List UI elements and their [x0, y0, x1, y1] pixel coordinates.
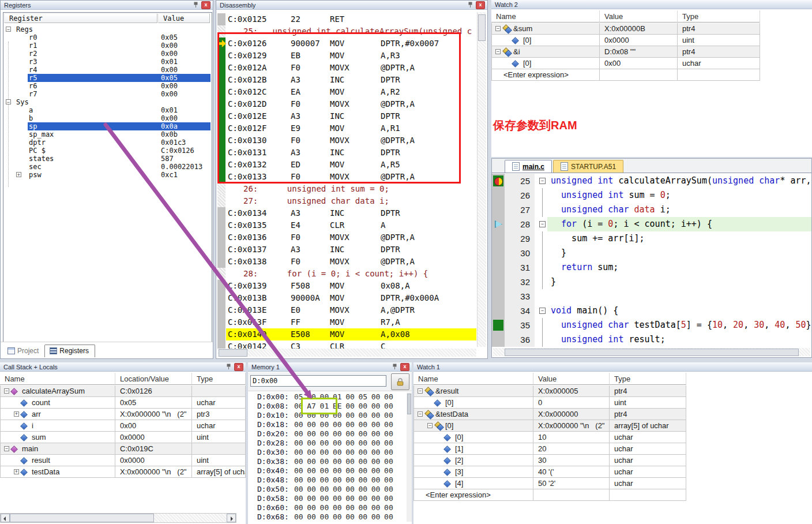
memory-byte[interactable]: 00: [333, 485, 345, 494]
disassembly-line[interactable]: C:0x012AF0MOVX@DPTR,A: [226, 62, 476, 74]
memory-row[interactable]: D:0x48:0000000000000000: [248, 476, 406, 485]
fold-margin[interactable]: [538, 231, 547, 246]
disassembly-line[interactable]: 27: unsigned char data i;: [226, 195, 476, 207]
close-icon[interactable]: x: [201, 1, 210, 9]
register-row[interactable]: sp_max0x0b: [3, 130, 212, 139]
editor-marker-gutter[interactable]: [492, 332, 505, 347]
memory-byte[interactable]: 00: [384, 466, 397, 476]
memory-byte[interactable]: 00: [333, 429, 345, 439]
memory-row[interactable]: D:0x00:0500000100050000: [248, 392, 406, 402]
disassembly-gutter-cell[interactable]: [217, 280, 225, 292]
tree-collapse-icon[interactable]: −: [427, 423, 433, 428]
memory-byte[interactable]: 00: [384, 457, 397, 466]
memory-row[interactable]: D:0x10:0000000000000000: [248, 411, 406, 420]
editor-marker-gutter[interactable]: [492, 246, 505, 260]
pin-icon[interactable]: [467, 2, 473, 9]
memory-byte[interactable]: 00: [333, 494, 345, 503]
memory-byte[interactable]: 00: [384, 448, 397, 457]
memory-byte[interactable]: 00: [294, 429, 307, 439]
column-header-name[interactable]: Name: [413, 373, 533, 385]
memory-row[interactable]: D:0x20:0000000000000000: [248, 429, 406, 439]
tab-startup-a51[interactable]: STARTUP.A51: [553, 160, 623, 173]
call-stack-horizontal-scrollbar[interactable]: [0, 513, 236, 523]
memory-byte[interactable]: 00: [307, 476, 319, 485]
memory-byte[interactable]: 00: [358, 466, 371, 476]
watch-row[interactable]: −mainC:0x019C: [0, 443, 246, 455]
editor-marker-gutter[interactable]: [492, 231, 505, 246]
register-group-row[interactable]: −Regs: [3, 25, 212, 33]
memory-byte[interactable]: 00: [333, 476, 345, 485]
watch-row[interactable]: <Enter expression>: [491, 69, 812, 81]
register-row[interactable]: dptr0x01c3: [3, 139, 212, 147]
register-row[interactable]: r70x00: [3, 90, 212, 98]
disassembly-gutter-cell[interactable]: [217, 147, 225, 159]
disassembly-line[interactable]: C:0x0131A3INCDPTR: [226, 147, 476, 159]
tab-project[interactable]: Project: [3, 345, 44, 357]
memory-byte[interactable]: 00: [384, 439, 397, 448]
disassembly-gutter-cell[interactable]: [217, 13, 225, 25]
memory-byte[interactable]: 00: [384, 485, 397, 494]
register-row[interactable]: PC $C:0x0126: [3, 147, 212, 155]
pin-icon[interactable]: [225, 364, 232, 370]
memory-byte[interactable]: 00: [307, 512, 319, 522]
watch-row[interactable]: [0]0uint: [413, 397, 812, 409]
memory-byte[interactable]: 00: [320, 503, 333, 512]
editor-marker-gutter[interactable]: [492, 275, 505, 289]
disassembly-gutter-cell[interactable]: [217, 219, 225, 231]
register-row[interactable]: b0x00: [3, 114, 212, 122]
close-icon[interactable]: x: [400, 363, 409, 371]
editor-marker-gutter[interactable]: [492, 289, 505, 304]
disassembly-line[interactable]: 25: unsigned int calculateArraySum(unsig…: [226, 25, 476, 38]
memory-byte[interactable]: 00: [307, 485, 319, 494]
memory-byte[interactable]: 00: [384, 494, 397, 503]
column-header-name[interactable]: Name: [491, 10, 600, 23]
disassembly-gutter-cell[interactable]: [217, 195, 225, 207]
watch-row[interactable]: [1]20uchar: [413, 443, 812, 455]
memory-byte[interactable]: 00: [307, 457, 319, 466]
memory-byte[interactable]: 00: [294, 420, 307, 429]
memory-byte[interactable]: 00: [294, 402, 307, 411]
memory-byte[interactable]: 00: [358, 439, 371, 448]
watch-row[interactable]: −&resultX:0x000005ptr4: [413, 385, 812, 397]
watch-row[interactable]: [0]10uchar: [413, 432, 812, 443]
register-row[interactable]: a0x01: [3, 106, 212, 114]
memory-byte[interactable]: 00: [294, 439, 307, 448]
watch-row[interactable]: −&sumX:0x00000Bptr4: [491, 23, 812, 35]
watch-row[interactable]: result0x0000uint: [0, 455, 246, 466]
register-row[interactable]: r60x00: [3, 82, 212, 90]
tree-collapse-icon[interactable]: −: [495, 26, 501, 31]
code-line[interactable]: 28− for (i = 0; i < count; i++) {: [492, 217, 811, 231]
watch-row[interactable]: i0x00uchar: [0, 420, 246, 432]
disassembly-gutter-cell[interactable]: [217, 304, 225, 316]
code-line[interactable]: 25−unsigned int calculateArraySum(unsign…: [492, 174, 811, 188]
memory-byte[interactable]: 00: [371, 457, 384, 466]
disassembly-gutter-cell[interactable]: [217, 256, 225, 268]
disassembly-gutter-cell[interactable]: [217, 38, 225, 50]
memory-byte[interactable]: 00: [345, 439, 358, 448]
memory-byte[interactable]: 00: [307, 411, 319, 420]
memory-vertical-scrollbar[interactable]: [407, 392, 412, 522]
disassembly-line[interactable]: C:0x013EE0MOVXA,@DPTR: [226, 304, 476, 316]
disassembly-line[interactable]: C:0x0134A3INCDPTR: [226, 207, 476, 219]
fold-margin[interactable]: [538, 203, 547, 217]
memory-byte[interactable]: 00: [333, 439, 345, 448]
memory-byte[interactable]: 00: [358, 411, 371, 420]
code-line[interactable]: 29 sum += arr[i];: [492, 231, 811, 246]
register-group-row[interactable]: −Sys: [3, 98, 212, 106]
memory-byte[interactable]: 00: [294, 494, 307, 503]
column-header-value[interactable]: Value: [600, 10, 678, 23]
memory-byte[interactable]: 00: [307, 429, 319, 439]
disassembly-line[interactable]: C:0x0130F0MOVX@DPTR,A: [226, 134, 476, 147]
memory-byte[interactable]: 00: [307, 439, 319, 448]
memory-byte[interactable]: 00: [345, 448, 358, 457]
disassembly-line[interactable]: C:0x012FE9MOVA,R1: [226, 122, 476, 134]
memory-byte[interactable]: 00: [345, 485, 358, 494]
disassembly-horizontal-scrollbar[interactable]: [217, 349, 476, 357]
memory-byte[interactable]: 00: [384, 420, 397, 429]
watch-row[interactable]: −calculateArraySumC:0x0126: [0, 385, 246, 397]
memory-byte[interactable]: 00: [345, 494, 358, 503]
register-row[interactable]: r10x00: [3, 42, 212, 50]
disassembly-gutter-cell[interactable]: [217, 171, 225, 183]
code-line[interactable]: 32}: [492, 275, 811, 289]
register-row[interactable]: r20x00: [3, 50, 212, 58]
